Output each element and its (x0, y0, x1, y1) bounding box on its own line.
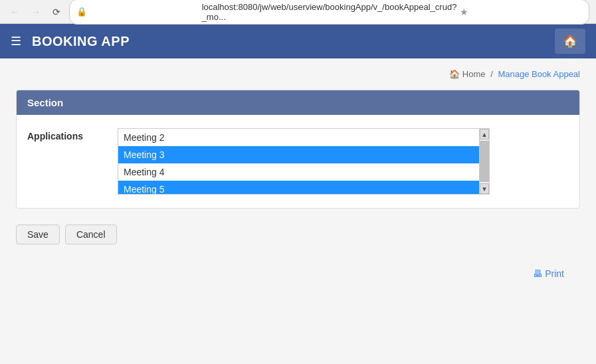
scroll-thumb[interactable] (480, 141, 489, 182)
breadcrumb-current: Manage Book Appeal (498, 69, 580, 79)
scroll-up-button[interactable]: ▲ (480, 129, 489, 139)
app-title: BOOKING APP (32, 34, 130, 49)
header-left: ☰ BOOKING APP (11, 34, 130, 49)
back-button[interactable]: ← (7, 5, 23, 19)
section-header: Section (17, 90, 579, 115)
bookmark-icon: ★ (460, 7, 582, 17)
scrollbar[interactable]: ▲ ▼ (479, 128, 490, 195)
breadcrumb-separator: / (490, 69, 493, 79)
print-icon: 🖶 (533, 268, 542, 279)
scroll-down-button[interactable]: ▼ (480, 183, 489, 194)
list-item[interactable]: Meeting 5 (118, 181, 479, 195)
save-button[interactable]: Save (16, 225, 60, 244)
applications-row: Applications Meeting 2 Meeting 3 Meeting… (27, 128, 569, 195)
breadcrumb-home[interactable]: 🏠 Home (449, 69, 485, 79)
forward-button[interactable]: → (28, 5, 44, 19)
print-area: 🖶 Print (16, 258, 580, 290)
section-card: Section Applications Meeting 2 Meeting 3… (16, 90, 580, 209)
app-header: ☰ BOOKING APP 🏠 (0, 24, 596, 58)
section-body: Applications Meeting 2 Meeting 3 Meeting… (17, 115, 579, 208)
browser-chrome: ← → ⟳ 🔒 localhost:8080/jw/web/userview/b… (0, 0, 596, 24)
multi-select-container: Meeting 2 Meeting 3 Meeting 4 Meeting 5 … (118, 128, 490, 195)
reload-button[interactable]: ⟳ (49, 5, 64, 19)
home-button[interactable]: 🏠 (555, 29, 585, 54)
print-label: Print (545, 268, 564, 279)
address-bar[interactable]: 🔒 localhost:8080/jw/web/userview/booking… (69, 0, 589, 25)
print-link[interactable]: 🖶 Print (533, 268, 564, 279)
main-content: 🏠 Home / Manage Book Appeal Section Appl… (0, 58, 596, 364)
breadcrumb: 🏠 Home / Manage Book Appeal (16, 69, 580, 79)
applications-listbox[interactable]: Meeting 2 Meeting 3 Meeting 4 Meeting 5 (118, 128, 479, 195)
applications-label: Applications (27, 128, 107, 141)
hamburger-icon[interactable]: ☰ (11, 34, 21, 48)
cancel-button[interactable]: Cancel (65, 225, 117, 244)
url-text: localhost:8080/jw/web/userview/bookingAp… (202, 2, 457, 22)
list-item[interactable]: Meeting 2 (118, 129, 479, 146)
list-item[interactable]: Meeting 4 (118, 163, 479, 181)
action-buttons: Save Cancel (16, 225, 580, 244)
list-item[interactable]: Meeting 3 (118, 146, 479, 163)
